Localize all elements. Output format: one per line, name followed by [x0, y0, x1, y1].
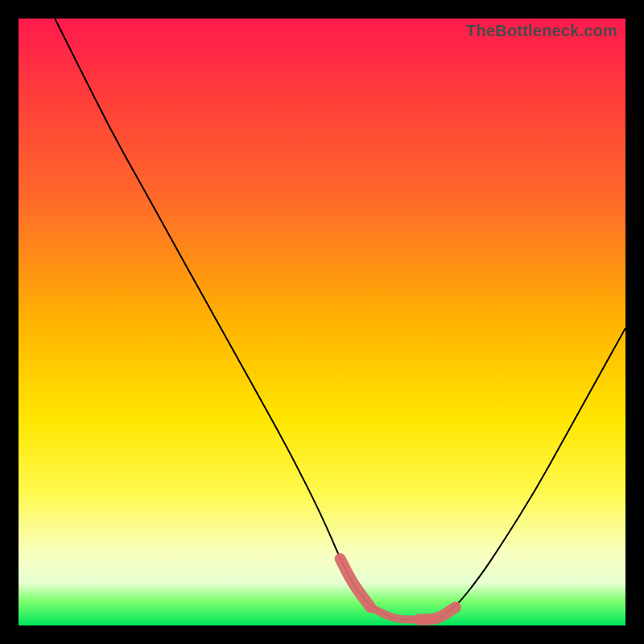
highlight-segment-right	[419, 607, 456, 619]
highlight-segment-left	[341, 559, 371, 607]
chart-frame: TheBottleneck.com	[0, 0, 644, 644]
plot-area: TheBottleneck.com	[19, 19, 625, 625]
bottleneck-curve	[55, 19, 625, 620]
plot-svg	[19, 19, 625, 625]
